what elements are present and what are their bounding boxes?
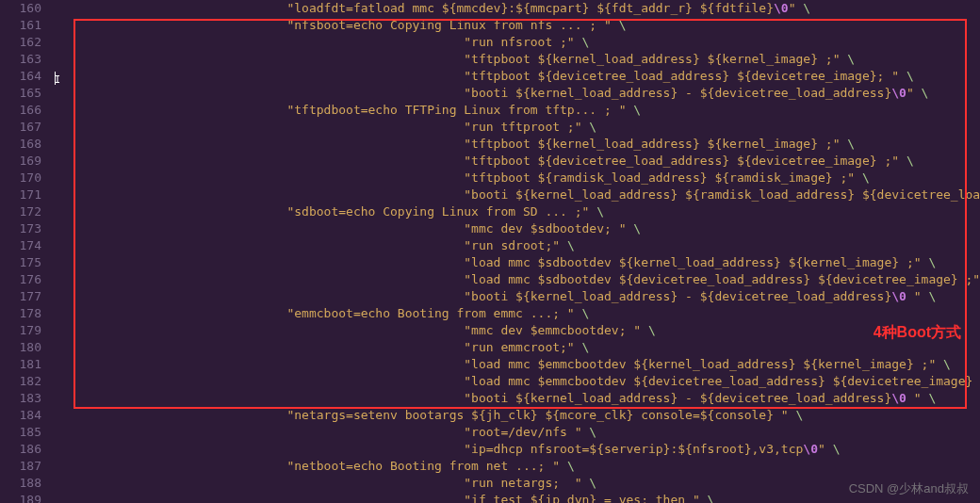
- line-number: 189: [0, 492, 41, 503]
- line-number: 176: [0, 271, 41, 288]
- code-line[interactable]: "if test ${ip_dyn} = yes; then " \: [51, 492, 980, 503]
- line-number: 166: [0, 102, 41, 119]
- line-number: 180: [0, 339, 41, 356]
- code-line[interactable]: "sdboot=echo Copying Linux from SD ... ;…: [51, 203, 980, 220]
- string-token: "run netargs; ": [464, 476, 589, 490]
- code-line[interactable]: "tftpdboot=echo TFTPing Linux from tftp.…: [51, 102, 980, 119]
- continuation-token: \: [796, 408, 804, 422]
- escape-token: \0: [803, 442, 818, 456]
- code-line[interactable]: "root=/dev/nfs " \: [51, 424, 980, 441]
- code-line[interactable]: "loadfdt=fatload mmc ${mmcdev}:${mmcpart…: [51, 0, 980, 17]
- line-number: 175: [0, 254, 41, 271]
- line-number: 163: [0, 51, 41, 68]
- string-token: "load mmc $sdbootdev ${devicetree_load_a…: [464, 272, 980, 286]
- continuation-token: \: [708, 493, 715, 503]
- continuation-token: \: [803, 1, 810, 15]
- line-number: 168: [0, 136, 41, 153]
- code-line[interactable]: "load mmc $sdbootdev ${devicetree_load_a…: [51, 271, 980, 288]
- string-token: "tftpboot ${kernel_load_address} ${kerne…: [464, 52, 847, 66]
- code-line[interactable]: "load mmc $sdbootdev ${kernel_load_addre…: [51, 254, 980, 271]
- line-number: 183: [0, 390, 41, 407]
- code-line[interactable]: "tftpboot ${devicetree_load_address} ${d…: [51, 68, 980, 85]
- escape-token: \0: [774, 1, 789, 15]
- line-number: 170: [0, 170, 41, 187]
- string-token: "root=/dev/nfs ": [464, 425, 589, 439]
- code-line[interactable]: "booti ${kernel_load_address} ${ramdisk_…: [51, 187, 980, 203]
- code-line[interactable]: "run netargs; " \: [51, 475, 980, 492]
- code-line[interactable]: "run sdroot;" \: [51, 237, 980, 254]
- line-number: 160: [0, 0, 41, 17]
- line-number: 182: [0, 373, 41, 390]
- continuation-token: \: [648, 323, 656, 337]
- continuation-token: \: [833, 442, 841, 456]
- code-line[interactable]: "load mmc $emmcbootdev ${devicetree_load…: [51, 373, 980, 390]
- text-cursor-icon: I: [55, 72, 56, 85]
- string-token: ": [818, 442, 833, 456]
- code-line[interactable]: "ip=dhcp nfsroot=${serverip}:${nfsroot},…: [51, 441, 980, 458]
- code-line[interactable]: "netargs=setenv bootargs ${jh_clk} ${mco…: [51, 407, 980, 424]
- continuation-token: \: [847, 137, 855, 151]
- continuation-token: \: [906, 154, 914, 168]
- string-token: "booti ${kernel_load_address} - ${device…: [464, 86, 891, 100]
- continuation-token: \: [582, 35, 590, 49]
- code-line[interactable]: "tftpboot ${ramdisk_load_address} ${ramd…: [51, 170, 980, 187]
- string-token: "load mmc $emmcbootdev ${devicetree_load…: [464, 374, 980, 388]
- continuation-token: \: [619, 18, 627, 32]
- code-line[interactable]: "tftpboot ${devicetree_load_address} ${d…: [51, 153, 980, 170]
- continuation-token: \: [633, 221, 641, 235]
- string-token: "sdboot=echo Copying Linux from SD ... ;…: [286, 204, 596, 219]
- line-number: 165: [0, 85, 41, 102]
- watermark-label: CSDN @少林and叔叔: [849, 480, 969, 497]
- code-line[interactable]: "booti ${kernel_load_address} - ${device…: [51, 390, 980, 407]
- code-line[interactable]: "tftpboot ${kernel_load_address} ${kerne…: [51, 51, 980, 68]
- string-token: "tftpboot ${ramdisk_load_address} ${ramd…: [464, 170, 862, 185]
- continuation-token: \: [582, 340, 590, 354]
- continuation-token: \: [928, 255, 936, 269]
- escape-token: \0: [891, 86, 906, 100]
- string-token: "tftpboot ${devicetree_load_address} ${d…: [464, 69, 906, 83]
- string-token: ": [906, 86, 922, 100]
- string-token: "netargs=setenv bootargs ${jh_clk} ${mco…: [286, 408, 795, 422]
- continuation-token: \: [589, 425, 596, 439]
- code-line[interactable]: "emmcboot=echo Booting from emmc ...; " …: [51, 305, 980, 322]
- code-line[interactable]: "run emmcroot;" \: [51, 339, 980, 356]
- line-number: 177: [0, 288, 41, 305]
- string-token: "emmcboot=echo Booting from emmc ...; ": [286, 306, 581, 320]
- string-token: "load mmc $emmcbootdev ${kernel_load_add…: [464, 357, 943, 371]
- line-gutter: 1601611621631641651661671681691701711721…: [0, 0, 51, 503]
- string-token: "run tftproot ;": [464, 120, 589, 134]
- continuation-token: \: [567, 238, 575, 252]
- code-line[interactable]: "run tftproot ;" \: [51, 119, 980, 136]
- code-line[interactable]: "load mmc $emmcbootdev ${kernel_load_add…: [51, 356, 980, 373]
- code-line[interactable]: "booti ${kernel_load_address} - ${device…: [51, 288, 980, 305]
- code-line[interactable]: "nfsboot=echo Copying Linux from nfs ...…: [51, 17, 980, 34]
- string-token: "booti ${kernel_load_address} - ${device…: [464, 289, 891, 303]
- code-line[interactable]: "tftpboot ${kernel_load_address} ${kerne…: [51, 136, 980, 153]
- code-line[interactable]: "netboot=echo Booting from net ...; " \: [51, 458, 980, 475]
- continuation-token: \: [943, 357, 951, 371]
- line-number: 179: [0, 322, 41, 339]
- continuation-token: \: [589, 476, 596, 490]
- string-token: "booti ${kernel_load_address} - ${device…: [464, 391, 891, 405]
- line-number: 181: [0, 356, 41, 373]
- string-token: "if test ${ip_dyn} = yes; then ": [464, 493, 707, 503]
- line-number: 178: [0, 305, 41, 322]
- code-line[interactable]: "mmc dev $sdbootdev; " \: [51, 220, 980, 237]
- line-number: 172: [0, 203, 41, 220]
- string-token: "tftpboot ${devicetree_load_address} ${d…: [464, 154, 906, 168]
- line-number: 173: [0, 220, 41, 237]
- string-token: "ip=dhcp nfsroot=${serverip}:${nfsroot},…: [464, 442, 803, 456]
- line-number: 188: [0, 475, 41, 492]
- line-number: 186: [0, 441, 41, 458]
- code-line[interactable]: "run nfsroot ;" \: [51, 34, 980, 51]
- code-line[interactable]: "mmc dev $emmcbootdev; " \: [51, 322, 980, 339]
- string-token: "run emmcroot;": [464, 340, 581, 354]
- code-line[interactable]: "booti ${kernel_load_address} - ${device…: [51, 85, 980, 102]
- string-token: "loadfdt=fatload mmc ${mmcdev}:${mmcpart…: [286, 1, 774, 15]
- line-number: 161: [0, 17, 41, 34]
- code-editor[interactable]: 1601611621631641651661671681691701711721…: [0, 0, 980, 503]
- continuation-token: \: [589, 120, 596, 134]
- line-number: 185: [0, 424, 41, 441]
- line-number: 162: [0, 34, 41, 51]
- code-area[interactable]: "loadfdt=fatload mmc ${mmcdev}:${mmcpart…: [51, 0, 980, 503]
